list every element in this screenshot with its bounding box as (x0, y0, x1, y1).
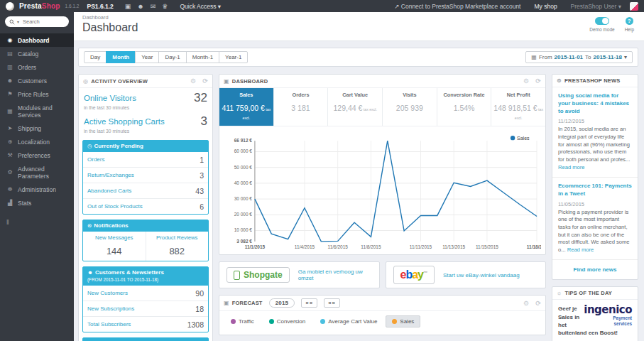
refresh-icon[interactable]: ⟳ (202, 77, 208, 85)
range-button-month[interactable]: Month (106, 51, 136, 63)
refresh-icon[interactable]: ⟳ (535, 77, 541, 85)
kpi-orders[interactable]: Orders3 181 (274, 88, 329, 126)
sidebar-item-advanced-parameters[interactable]: ⚙Advanced Parameters (0, 162, 74, 183)
date-range-picker[interactable]: ▦ From2015-11-01 To2015-11-18 ▾ (525, 51, 633, 63)
customers-label[interactable]: New Subscriptions (87, 305, 134, 312)
demo-mode-toggle[interactable] (595, 17, 609, 25)
sidebar-item-preferences[interactable]: ⚒Preferences (0, 148, 74, 162)
search-input[interactable] (21, 18, 63, 26)
news-title-link[interactable]: Using social media for your business: 4 … (558, 92, 632, 115)
breadcrumb[interactable]: Dashboard (82, 14, 635, 21)
customers-icon[interactable]: ☻ (137, 3, 143, 10)
sidebar-item-stats[interactable]: ▟Stats (0, 196, 74, 210)
prestashop-version: 1.6.1.2 (65, 4, 80, 9)
legend-dot[interactable] (511, 136, 515, 140)
orders-icon: ▥ (6, 64, 13, 70)
customers-label[interactable]: Total Subscribers (87, 321, 131, 328)
forecast-button-sales[interactable]: Sales (386, 315, 420, 328)
ebay-letter: y (417, 269, 423, 281)
sidebar-item-catalog[interactable]: ▤Catalog (0, 47, 74, 60)
sidebar-item-localization[interactable]: ⊕Localization (0, 135, 74, 148)
kpi-suffix: tax excl. (243, 107, 271, 120)
notification-value: 144 (84, 246, 144, 256)
sidebar-item-administration[interactable]: ☸Administration (0, 183, 74, 196)
forecast-next-button[interactable]: »» (324, 298, 340, 308)
active-carts-sub: in the last 30 minutes (79, 129, 212, 135)
pending-value: 43 (195, 187, 204, 195)
read-more-link[interactable]: Read more (567, 247, 594, 253)
forecast-panel-title: Forecast (232, 300, 263, 306)
ingenico-logo[interactable]: ingenico Paymentservices (584, 305, 632, 326)
module-promo-link[interactable]: Ga mobiel en verhoog uw omzet (298, 269, 372, 281)
avatar[interactable] (630, 2, 638, 11)
my-shop-link[interactable]: My shop (534, 3, 557, 10)
read-more-link[interactable]: Read more (558, 164, 585, 170)
sidebar-item-shipping[interactable]: ➤Shipping (0, 121, 74, 135)
customers-newsletters-box: ☻Customers & Newsletters (FROM 2015-11-0… (82, 266, 209, 332)
forecast-button-conversion[interactable]: Conversion (263, 315, 312, 328)
pending-label[interactable]: Out of Stock Products (87, 203, 143, 210)
demo-mode-label: Demo mode (589, 27, 614, 32)
active-carts-value: 3 (201, 114, 207, 129)
sidebar-collapse-button[interactable]: ‖ (6, 219, 13, 226)
shipping-icon: ➤ (6, 125, 13, 131)
customers-icon: ☻ (6, 77, 13, 84)
kpi-cart-value[interactable]: Cart Value129,44 € tax excl. (328, 88, 383, 126)
sidebar-item-orders[interactable]: ▥Orders (0, 60, 74, 74)
pending-label[interactable]: Abandoned Carts (87, 188, 131, 194)
forecast-prev-button[interactable]: «« (301, 298, 317, 308)
range-button-day-1[interactable]: Day-1 (158, 51, 186, 63)
gear-icon[interactable]: ⚙ (523, 300, 529, 307)
forecast-button-label: Sales (400, 318, 414, 325)
customers-value: 1308 (187, 320, 204, 329)
gear-icon[interactable]: ⚙ (190, 77, 196, 85)
date-range-buttons: DayMonthYearDay-1Month-1Year-1 (84, 51, 248, 63)
shopgate-logo[interactable]: Shopgate (227, 267, 290, 283)
pending-label[interactable]: Orders (87, 156, 104, 163)
catalog-icon: ▤ (6, 50, 13, 57)
pending-row: Return/Exchanges3 (83, 167, 208, 183)
gear-icon[interactable]: ⚙ (523, 77, 529, 85)
range-button-day[interactable]: Day (84, 51, 107, 63)
ebay-logo[interactable]: ebay™ (393, 266, 435, 284)
sidebar-item-label: Dashboard (18, 37, 49, 44)
kpi-label: Sales (221, 92, 272, 98)
quick-access-menu[interactable]: Quick Access ▾ (180, 3, 221, 10)
refresh-icon[interactable]: ⟳ (535, 300, 541, 307)
prestashop-logo-icon[interactable] (6, 2, 14, 11)
x-axis-tick: 11/8/2015 (361, 244, 381, 249)
user-menu[interactable]: PrestaShop User ▾ (571, 3, 621, 10)
range-button-year-1[interactable]: Year-1 (219, 51, 248, 63)
online-visitors-link[interactable]: Online Visitors (84, 94, 136, 102)
news-title-link[interactable]: Ecommerce 101: Payments in a Tweet (558, 183, 632, 198)
find-more-news-link[interactable]: Find more news (552, 260, 638, 279)
messages-icon[interactable]: ✉ (151, 3, 156, 10)
kpi-visits[interactable]: Visits205 939 (383, 88, 437, 126)
sidebar-item-customers[interactable]: ☻Customers (0, 74, 74, 87)
forecast-button-traffic[interactable]: Traffic (224, 315, 261, 328)
activity-overview-title: Activity overview (91, 78, 148, 85)
pending-label[interactable]: Return/Exchanges (87, 172, 134, 178)
customers-label[interactable]: New Customers (87, 290, 128, 296)
forecast-button-label: Average Cart Value (328, 318, 377, 325)
sidebar-search[interactable]: ▾ (5, 16, 69, 27)
marketplace-connect-link[interactable]: ↗ Connect to PrestaShop Marketplace acco… (394, 3, 520, 10)
module-promo-link[interactable]: Start uw eBay-winkel vandaag (443, 272, 520, 278)
range-button-month-1[interactable]: Month-1 (186, 51, 219, 63)
kpi-conversion-rate[interactable]: Conversion Rate1.54% (437, 88, 492, 126)
active-carts-link[interactable]: Active Shopping Carts (84, 117, 165, 126)
forecast-button-average-cart-value[interactable]: Average Cart Value (314, 315, 383, 328)
notification-col[interactable]: Product Reviews882 (146, 232, 209, 261)
badges-icon[interactable]: ♛ (162, 3, 168, 10)
forecast-button-label: Conversion (277, 318, 305, 325)
y-axis-tick: 40 000 € (234, 180, 253, 185)
sidebar-item-price-rules[interactable]: ⚑Price Rules (0, 87, 74, 101)
sidebar-item-modules-and-services[interactable]: ▦Modules and Services (0, 101, 74, 121)
kpi-net-profit[interactable]: Net Profit148 918,51 € tax excl. (491, 88, 545, 126)
help-icon[interactable]: ? (626, 17, 633, 25)
range-button-year[interactable]: Year (135, 51, 159, 63)
cart-icon[interactable]: ▣ (125, 3, 131, 10)
notification-col[interactable]: New Messages144 (83, 232, 146, 261)
sidebar-item-dashboard[interactable]: ◉Dashboard (0, 33, 74, 47)
kpi-sales[interactable]: Sales411 759,00 € tax excl. (219, 88, 274, 126)
